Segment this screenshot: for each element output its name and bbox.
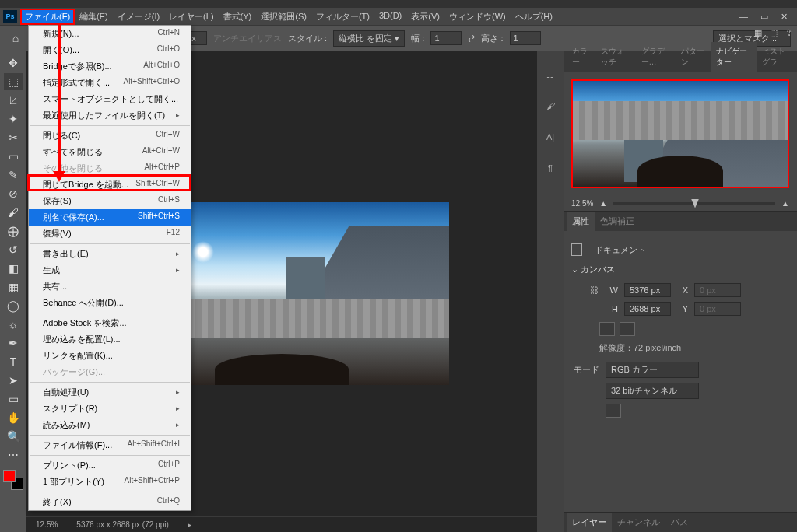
file-menu-item[interactable]: 共有... [29, 278, 191, 295]
color-mode-select[interactable]: RGB カラー [606, 362, 699, 378]
panel-tab[interactable]: レイヤー [567, 513, 612, 532]
menu-編集[interactable]: 編集(E) [75, 9, 113, 25]
stamp-tool[interactable]: ⨁ [4, 222, 23, 240]
docking-icon[interactable]: ⬚ [770, 28, 778, 38]
type-tool[interactable]: T [4, 353, 23, 370]
eraser-tool[interactable]: ◧ [4, 260, 23, 277]
eyedropper-tool[interactable]: ✎ [4, 166, 23, 184]
file-menu-item[interactable]: Adobe Stock を検索... [29, 315, 191, 331]
paragraph-panel-icon[interactable]: ¶ [542, 160, 558, 176]
panel-tab[interactable]: パス [665, 513, 693, 532]
zoom-out-icon[interactable]: ▲ [599, 199, 607, 208]
swap-icon[interactable]: ⇄ [468, 33, 475, 44]
width-input[interactable]: 1 [430, 31, 462, 45]
height-input[interactable]: 1 [510, 31, 541, 45]
link-icon[interactable]: ⛓ [587, 285, 601, 296]
maximize-icon[interactable]: ▭ [760, 12, 768, 22]
canvas-width-input[interactable]: 5376 px [624, 283, 671, 297]
file-menu-item[interactable]: ファイル情報(F)...Alt+Shift+Ctrl+I [29, 437, 191, 453]
panel-tab[interactable]: ヒストグラ [757, 42, 797, 72]
pen-tool[interactable]: ✒ [4, 334, 23, 352]
panel-tab[interactable]: スウォッチ [595, 42, 636, 72]
color-swatches[interactable] [3, 470, 23, 490]
file-menu-item[interactable]: スマートオブジェクトとして開く... [29, 91, 191, 107]
file-menu-item[interactable]: 別名で保存(A)...Shift+Ctrl+S [29, 209, 191, 226]
file-menu-item[interactable]: Behance へ公開(D)... [29, 295, 191, 311]
orientation-landscape[interactable] [620, 322, 635, 336]
share-icon[interactable]: ⇪ [785, 28, 792, 38]
file-menu-item[interactable]: 生成 [29, 262, 191, 278]
file-menu-item[interactable]: 1 部プリント(Y)Alt+Shift+Ctrl+P [29, 474, 191, 490]
foreground-color[interactable] [3, 470, 16, 482]
file-menu-item[interactable]: すべてを閉じるAlt+Ctrl+W [29, 144, 191, 160]
panel-tab[interactable]: 色調補正 [595, 212, 640, 231]
home-icon[interactable]: ⌂ [6, 30, 25, 47]
brushes-panel-icon[interactable]: 🖌 [542, 98, 558, 114]
menu-イメージ[interactable]: イメージ(I) [113, 9, 164, 25]
orientation-portrait[interactable] [599, 322, 615, 336]
file-menu-item[interactable]: 最近使用したファイルを開く(T) [29, 107, 191, 124]
panel-tab[interactable]: ナビゲーター [711, 42, 757, 72]
file-menu-item[interactable]: スクリプト(R) [29, 401, 191, 417]
dodge-tool[interactable]: ☼ [4, 316, 23, 333]
navigator-zoom-slider[interactable] [613, 202, 775, 205]
minimize-icon[interactable]: — [739, 12, 748, 22]
panel-tab[interactable]: パターン [676, 42, 710, 72]
brush-tool[interactable]: 🖌 [4, 204, 23, 221]
panel-tab[interactable]: チャンネル [612, 513, 665, 532]
gradient-tool[interactable]: ▦ [4, 278, 23, 296]
edit-toolbar[interactable]: ⋯ [4, 446, 23, 464]
file-menu-item[interactable]: 閉じる(C)Ctrl+W [29, 128, 191, 144]
menu-フィルター[interactable]: フィルター(T) [311, 9, 374, 25]
history-brush-tool[interactable]: ↺ [4, 241, 23, 258]
extra-option[interactable] [606, 404, 621, 418]
menu-3d[interactable]: 3D(D) [374, 9, 406, 25]
menu-表示[interactable]: 表示(V) [406, 9, 444, 25]
canvas-height-input[interactable]: 2688 px [624, 302, 671, 316]
panel-tab[interactable]: 属性 [567, 212, 595, 231]
frame-icon[interactable]: ▦ [754, 28, 762, 38]
file-menu-item[interactable]: 自動処理(U) [29, 384, 191, 401]
menu-選択範囲[interactable]: 選択範囲(S) [256, 9, 311, 25]
shape-tool[interactable]: ▭ [4, 390, 23, 408]
file-menu-item[interactable]: リンクを配置(K)... [29, 348, 191, 364]
close-icon[interactable]: ✕ [781, 12, 788, 22]
menu-ヘルプ[interactable]: ヘルプ(H) [511, 9, 557, 25]
crop-tool[interactable]: ✂ [4, 129, 23, 146]
healing-brush-tool[interactable]: ⊘ [4, 185, 23, 202]
quick-selection-tool[interactable]: ✦ [4, 110, 23, 128]
file-menu-item[interactable]: 保存(S)Ctrl+S [29, 193, 191, 209]
zoom-in-icon[interactable]: ▲ [781, 199, 789, 208]
hand-tool[interactable]: ✋ [4, 409, 23, 426]
file-menu-item[interactable]: 復帰(V)F12 [29, 226, 191, 242]
file-menu-item[interactable]: 埋め込みを配置(L)... [29, 331, 191, 348]
navigator-thumbnail[interactable] [571, 79, 789, 188]
file-menu-item[interactable]: 終了(X)Ctrl+Q [29, 494, 191, 510]
panel-tab[interactable]: カラー [567, 42, 595, 72]
zoom-level[interactable]: 12.5% [36, 520, 58, 529]
file-menu-item[interactable]: 閉じてBridge を起動...Shift+Ctrl+W [29, 177, 191, 193]
file-menu-item[interactable]: Bridgeで参照(B)...Alt+Ctrl+O [29, 58, 191, 75]
menu-ファイル[interactable]: ファイル(F) [20, 9, 75, 25]
menu-レイヤー[interactable]: レイヤー(L) [164, 9, 218, 25]
lasso-tool[interactable]: ⟀ [4, 92, 23, 109]
panel-tab[interactable]: グラデー… [636, 42, 676, 72]
antialias-checkbox-label[interactable]: アンチエイリアス [213, 33, 282, 44]
file-menu-item[interactable]: 読み込み(M) [29, 417, 191, 433]
file-menu-item[interactable]: 新規(N)...Ctrl+N [29, 26, 191, 42]
file-menu-item[interactable]: 開く(O)...Ctrl+O [29, 42, 191, 58]
file-menu-item[interactable]: 書き出し(E) [29, 246, 191, 262]
path-selection-tool[interactable]: ➤ [4, 372, 23, 389]
marquee-tool[interactable]: ⬚ [4, 73, 23, 90]
history-panel-icon[interactable]: ☵ [542, 67, 558, 82]
file-menu-item[interactable]: プリント(P)...Ctrl+P [29, 457, 191, 474]
canvas-section[interactable]: ⌄ カンバス [571, 261, 789, 278]
style-select[interactable]: 縦横比 を固定 ▾ [333, 30, 405, 47]
move-tool[interactable]: ✥ [4, 54, 23, 72]
blur-tool[interactable]: ◯ [4, 297, 23, 314]
menu-ウィンドウ[interactable]: ウィンドウ(W) [444, 9, 511, 25]
file-menu-item[interactable]: 指定形式で開く...Alt+Shift+Ctrl+O [29, 75, 191, 91]
frame-tool[interactable]: ▭ [4, 148, 23, 165]
bit-depth-select[interactable]: 32 bit/チャンネル [606, 383, 699, 399]
character-panel-icon[interactable]: A| [542, 129, 558, 145]
